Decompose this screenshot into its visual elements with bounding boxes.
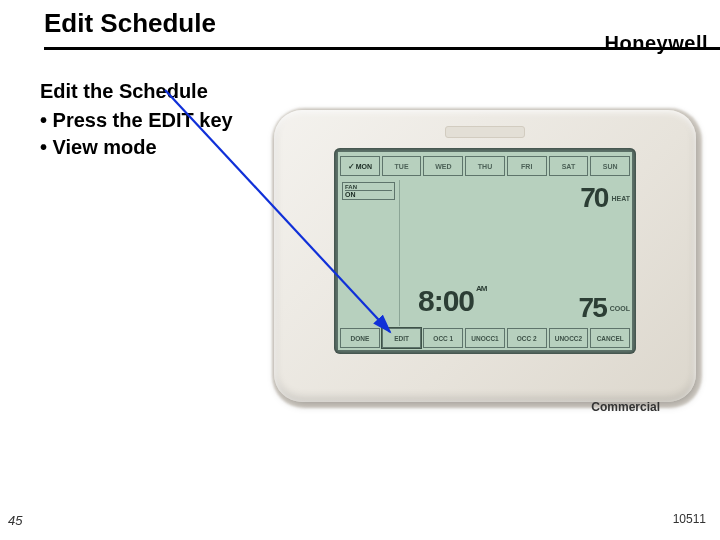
lcd-occ1-button[interactable]: OCC 1 — [423, 328, 463, 348]
thermostat-brand-slot — [445, 126, 525, 138]
time-ampm: AM — [476, 284, 486, 293]
time-display: 8:00AM — [418, 284, 487, 318]
content-bullet: • View mode — [40, 134, 300, 161]
content-subhead: Edit the Schedule — [40, 80, 300, 103]
heat-setpoint: 70 HEAT — [556, 182, 630, 214]
image-caption: Commercial — [591, 400, 660, 414]
brand-logo: Honeywell — [605, 32, 708, 55]
lcd-occ2-button[interactable]: OCC 2 — [507, 328, 547, 348]
lcd-done-button[interactable]: DONE — [340, 328, 380, 348]
day-sun: SUN — [590, 156, 630, 176]
day-label: MON — [356, 163, 372, 170]
slide: Edit Schedule Honeywell Edit the Schedul… — [0, 0, 720, 540]
thermostat-image: ✓MON TUE WED THU FRI SAT SUN FAN ON — [272, 108, 702, 408]
fan-section: FAN ON — [338, 180, 400, 326]
day-tue: TUE — [382, 156, 422, 176]
heat-label: HEAT — [611, 195, 630, 202]
page-number: 45 — [8, 513, 22, 528]
check-icon: ✓ — [348, 162, 355, 171]
lcd-unocc1-button[interactable]: UNOCC1 — [465, 328, 505, 348]
day-thu: THU — [465, 156, 505, 176]
doc-id: 10511 — [673, 512, 706, 526]
content-bullet: • Press the EDIT key — [40, 107, 300, 134]
mid-row: FAN ON 8:00AM 70 HEAT — [338, 180, 632, 326]
cool-label: COOL — [610, 305, 630, 312]
lcd-cancel-button[interactable]: CANCEL — [590, 328, 630, 348]
fan-label: FAN — [345, 184, 392, 191]
day-mon: ✓MON — [340, 156, 380, 176]
setpoint-section: 70 HEAT 75 COOL — [554, 180, 632, 326]
content-block: Edit the Schedule • Press the EDIT key •… — [40, 80, 300, 161]
time-value: 8:00 — [418, 284, 474, 317]
thermostat-screen-frame: ✓MON TUE WED THU FRI SAT SUN FAN ON — [334, 148, 636, 354]
cool-value: 75 — [579, 292, 606, 324]
lcd-unocc2-button[interactable]: UNOCC2 — [549, 328, 589, 348]
time-section: 8:00AM — [400, 180, 554, 326]
lcd-edit-button[interactable]: EDIT — [382, 328, 422, 348]
heat-value: 70 — [580, 182, 607, 214]
day-sat: SAT — [549, 156, 589, 176]
thermostat-body: ✓MON TUE WED THU FRI SAT SUN FAN ON — [274, 110, 696, 402]
button-row: DONE EDIT OCC 1 UNOCC1 OCC 2 UNOCC2 CANC… — [338, 328, 632, 348]
fan-value: ON — [345, 191, 392, 198]
day-fri: FRI — [507, 156, 547, 176]
cool-setpoint: 75 COOL — [556, 292, 630, 324]
day-row: ✓MON TUE WED THU FRI SAT SUN — [338, 156, 632, 176]
day-wed: WED — [423, 156, 463, 176]
thermostat-screen: ✓MON TUE WED THU FRI SAT SUN FAN ON — [338, 152, 632, 350]
